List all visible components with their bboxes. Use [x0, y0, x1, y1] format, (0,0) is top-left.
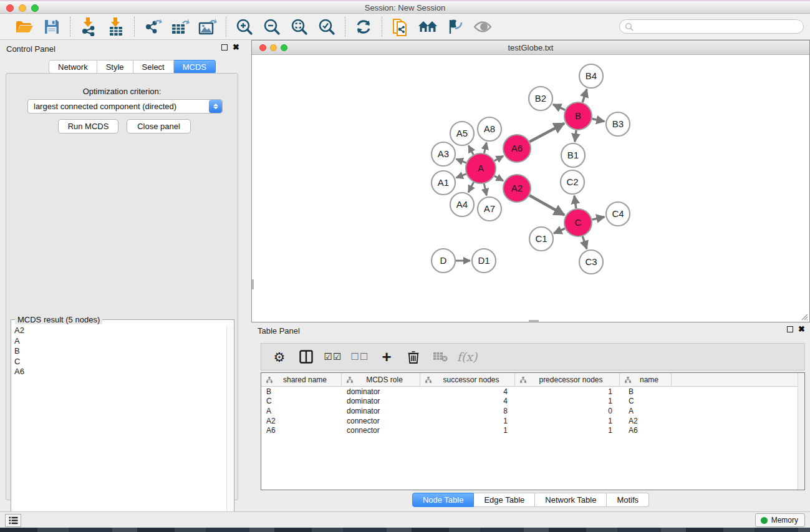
table-scrollbar[interactable] — [798, 373, 804, 490]
table-cell[interactable]: 1 — [515, 397, 620, 405]
column-header-shared-name[interactable]: shared name — [261, 373, 342, 387]
graph-node-A5[interactable]: A5 — [450, 122, 474, 145]
delete-columns-icon[interactable] — [405, 349, 422, 365]
refresh-icon[interactable] — [353, 17, 374, 37]
graph-node-A4[interactable]: A4 — [450, 193, 474, 216]
table-cell[interactable]: A6 — [261, 426, 342, 435]
table-cell[interactable]: 1 — [420, 426, 515, 435]
add-column-icon[interactable]: + — [378, 349, 395, 365]
tab-mcds[interactable]: MCDS — [174, 60, 216, 74]
import-network-icon[interactable] — [78, 17, 99, 37]
table-row[interactable]: Bdominator41B — [261, 387, 798, 397]
graph-node-B3[interactable]: B3 — [606, 112, 630, 136]
graph-edge-C-C1[interactable] — [554, 228, 565, 233]
graph-node-C1[interactable]: C1 — [529, 227, 553, 251]
table-row[interactable]: A2connector11A2 — [261, 416, 798, 426]
graph-edge-B-B4[interactable] — [582, 89, 587, 102]
mcds-result-item[interactable]: A — [14, 336, 226, 347]
close-table-panel-icon[interactable]: ✖ — [798, 326, 805, 332]
home-icon[interactable] — [417, 17, 438, 37]
graph-node-C2[interactable]: C2 — [561, 170, 584, 194]
clone-network-icon[interactable] — [390, 17, 411, 37]
export-table-icon[interactable] — [170, 17, 191, 37]
toggle-columns-icon[interactable] — [298, 349, 314, 365]
zoom-out-icon[interactable] — [261, 17, 282, 37]
mcds-result-item[interactable]: A6 — [14, 367, 226, 377]
network-canvas[interactable]: AA1A2A3A4A5A6A7A8BB1B2B3B4CC1C2C3C4DD1 — [252, 55, 809, 322]
run-mcds-button[interactable]: Run MCDS — [58, 119, 118, 133]
table-cell[interactable]: 1 — [420, 417, 515, 425]
table-cell[interactable]: A — [620, 407, 672, 415]
graph-node-D1[interactable]: D1 — [472, 249, 496, 273]
network-window-titlebar[interactable]: testGlobe.txt — [252, 41, 809, 55]
table-row[interactable]: A6connector11A6 — [261, 425, 798, 435]
graph-edge-B-B2[interactable] — [553, 104, 565, 110]
mcds-result-item[interactable]: A2 — [14, 326, 226, 336]
table-cell[interactable]: dominator — [342, 387, 420, 396]
graph-edge-B-B1[interactable] — [575, 130, 576, 142]
tab-node-table[interactable]: Node Table — [412, 493, 475, 507]
graph-node-C[interactable]: C — [564, 209, 592, 236]
graph-node-A3[interactable]: A3 — [432, 142, 455, 166]
graph-edge-A-A4[interactable] — [468, 182, 473, 192]
result-list-scrollbar[interactable] — [226, 326, 233, 530]
graph-node-B1[interactable]: B1 — [561, 143, 585, 167]
table-row[interactable]: Cdominator41C — [261, 397, 798, 407]
memory-button[interactable]: Memory — [755, 513, 805, 527]
graph-edge-A-A8[interactable] — [484, 142, 486, 153]
table-cell[interactable]: 4 — [420, 397, 515, 405]
table-cell[interactable]: dominator — [342, 407, 420, 415]
graph-edge-C-C3[interactable] — [582, 236, 587, 249]
graph-node-A7[interactable]: A7 — [478, 197, 501, 221]
graph-node-A2[interactable]: A2 — [503, 175, 531, 202]
task-history-button[interactable] — [5, 514, 21, 527]
graph-edge-A-A3[interactable] — [456, 159, 466, 163]
table-cell[interactable]: A2 — [261, 417, 342, 425]
search-input[interactable] — [619, 19, 804, 34]
graph-node-A6[interactable]: A6 — [503, 135, 531, 162]
graph-edge-A-A6[interactable] — [494, 156, 503, 161]
import-table-icon[interactable] — [105, 17, 127, 37]
graph-node-B4[interactable]: B4 — [579, 64, 603, 88]
save-session-icon[interactable] — [41, 17, 62, 37]
export-image-icon[interactable] — [197, 17, 218, 37]
tab-motifs[interactable]: Motifs — [607, 493, 649, 507]
tab-network[interactable]: Network — [49, 60, 97, 74]
graph-node-C3[interactable]: C3 — [579, 250, 603, 274]
graph-node-B[interactable]: B — [564, 102, 592, 130]
column-header-MCDS-role[interactable]: MCDS role — [342, 373, 420, 387]
open-session-icon[interactable] — [14, 17, 35, 37]
deselect-all-columns-icon[interactable]: ☐☐ — [352, 349, 368, 365]
table-cell[interactable]: A6 — [620, 426, 672, 435]
resize-grip-icon[interactable] — [799, 312, 808, 321]
table-cell[interactable]: B — [620, 387, 672, 396]
column-header-successor-nodes[interactable]: successor nodes — [420, 373, 515, 387]
graph-node-A8[interactable]: A8 — [478, 117, 501, 141]
table-cell[interactable]: dominator — [342, 397, 420, 405]
float-panel-icon[interactable] — [221, 44, 228, 51]
graph-edge-B-B3[interactable] — [592, 119, 605, 122]
export-network-icon[interactable] — [142, 17, 163, 37]
table-cell[interactable]: 0 — [515, 407, 620, 415]
mcds-result-item[interactable]: C — [14, 357, 226, 367]
column-header-name[interactable]: name — [620, 373, 672, 387]
table-cell[interactable]: C — [620, 397, 672, 405]
hide-graphics-details-icon[interactable] — [445, 17, 466, 37]
graph-edge-A2-C[interactable] — [529, 195, 564, 215]
table-row[interactable]: Adominator80A — [261, 406, 798, 416]
table-cell[interactable]: B — [261, 387, 342, 396]
graph-edge-A-A5[interactable] — [468, 145, 473, 155]
settings-gear-icon[interactable]: ⚙ — [271, 349, 287, 365]
tab-style[interactable]: Style — [97, 60, 133, 74]
close-panel-icon[interactable]: ✖ — [233, 44, 239, 51]
select-all-columns-icon[interactable]: ☑☑ — [325, 349, 341, 365]
table-cell[interactable]: connector — [342, 426, 420, 435]
graph-edge-A-A1[interactable] — [456, 174, 466, 178]
table-cell[interactable]: 1 — [515, 417, 620, 425]
graph-edge-C-C2[interactable] — [574, 196, 576, 208]
table-cell[interactable]: A2 — [620, 417, 672, 425]
float-table-panel-icon[interactable] — [787, 326, 793, 332]
zoom-selected-icon[interactable] — [316, 17, 337, 37]
graph-node-A[interactable]: A — [466, 153, 496, 183]
table-cell[interactable]: 1 — [515, 387, 620, 396]
